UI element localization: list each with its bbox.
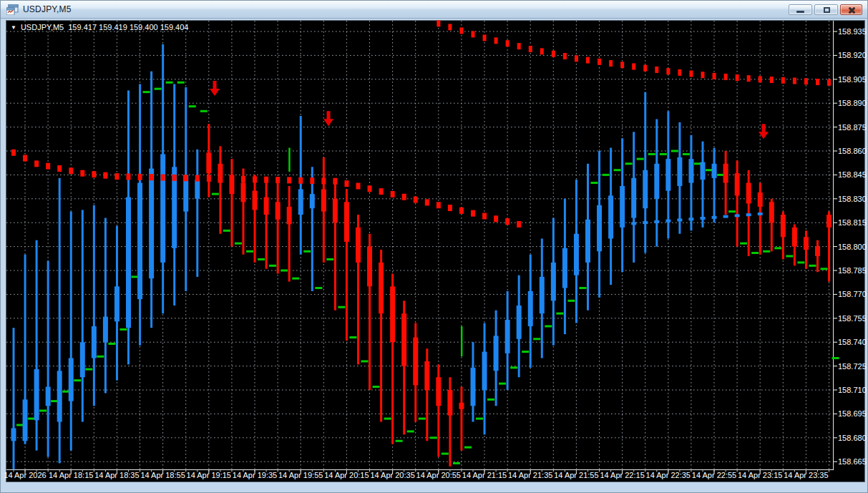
candle-wick-bull [93, 205, 95, 406]
step-indicator-mark [821, 268, 828, 270]
step-indicator-mark [361, 360, 369, 362]
step-indicator-mark [510, 366, 517, 368]
upper-stop-line-dot [506, 40, 509, 47]
upper-stop-line-dot [517, 43, 521, 49]
lower-support-line-dot [677, 218, 682, 221]
step-indicator-mark [166, 82, 173, 84]
mid-stop-line-dot [230, 176, 234, 182]
mid-stop-line-dot [80, 170, 84, 177]
candle-body-bear [321, 189, 326, 211]
step-indicator-mark [453, 462, 460, 464]
time-axis-label: 14 Apr 20:15 [324, 471, 369, 479]
mid-stop-line-dot [414, 197, 418, 203]
mid-stop-line-dot [298, 177, 303, 184]
candle-body-bear [723, 164, 728, 183]
step-indicator-mark [281, 270, 288, 272]
upper-stop-line-dot [552, 51, 555, 57]
lower-support-line-dot [746, 213, 751, 216]
step-indicator-mark [292, 278, 299, 280]
price-axis-label: 158.905 [838, 75, 867, 84]
upper-stop-line-dot [483, 34, 487, 41]
mid-stop-line-dot [391, 191, 395, 197]
lower-support-line-dot [758, 213, 763, 215]
sell-signal-arrow-icon [323, 111, 333, 126]
mid-stop-line-dot [161, 175, 165, 181]
candle-body-bear [746, 183, 751, 204]
price-axis-label: 158.740 [838, 338, 867, 346]
step-indicator-mark [637, 158, 644, 160]
candle-body-bear [264, 197, 269, 215]
mid-stop-line-dot [402, 194, 406, 200]
candle-body-bear [401, 313, 406, 366]
candle-body-bear [815, 247, 820, 256]
candle-body-bear [344, 202, 349, 242]
candle-body-bear [367, 247, 372, 287]
price-axis-label: 158.785 [838, 266, 867, 275]
time-axis-label: 14 Apr 23:15 [738, 471, 782, 479]
upper-stop-line-dot [632, 63, 635, 69]
collapse-triangle-icon[interactable]: ▼ [11, 25, 16, 31]
upper-stop-line-dot [459, 27, 463, 34]
upper-stop-line-dot [678, 69, 681, 76]
step-indicator-mark [349, 336, 356, 338]
lower-support-line-dot [701, 217, 706, 220]
mid-stop-line-dot [57, 165, 62, 172]
candle-body-bear [447, 390, 452, 416]
candle-body-bear [792, 228, 797, 247]
candle-body-bull [677, 157, 682, 186]
price-axis-label: 158.725 [838, 362, 867, 371]
time-axis-label: 14 Apr 23:35 [784, 471, 828, 479]
price-axis-label: 158.875 [838, 123, 867, 132]
step-indicator-mark [143, 91, 150, 93]
step-indicator-mark [303, 250, 311, 253]
candle-body-bull [654, 164, 659, 199]
candle-body-bear [275, 202, 281, 219]
candle-body-bull [11, 428, 16, 441]
step-indicator-mark [660, 153, 667, 155]
candle-body-bull [540, 277, 545, 313]
mid-stop-line-dot [195, 175, 200, 182]
candle-body-bull [137, 183, 142, 300]
candle-body-bull [92, 326, 97, 358]
time-axis-label: 14 Apr 22:15 [600, 471, 644, 479]
upper-stop-line-dot [437, 20, 440, 26]
upper-stop-line-dot [494, 37, 498, 44]
step-indicator-mark [556, 313, 563, 315]
candle-wick-bull [311, 167, 313, 291]
price-axis-label: 158.935 [838, 27, 867, 36]
candle-wick-bear [277, 183, 279, 274]
upper-stop-line-dot [529, 46, 532, 52]
candle-body-bull [643, 170, 648, 208]
upper-stop-line-dot [643, 65, 647, 72]
step-indicator-mark [567, 300, 575, 302]
time-axis-label: 14 Apr 21:15 [462, 471, 507, 479]
step-indicator-mark [396, 440, 403, 442]
price-axis-label: 158.800 [838, 243, 867, 251]
candle-body-bear [287, 207, 292, 224]
mid-stop-line-dot [23, 155, 27, 162]
candle-body-bear [758, 192, 763, 207]
candle-body-bull [551, 263, 556, 301]
step-indicator-mark [740, 243, 747, 245]
step-indicator-segment [288, 148, 291, 172]
info-ohlc-values: 159.417 159.419 159.400 159.404 [68, 23, 188, 31]
candle-wick-bull [196, 150, 198, 277]
step-indicator-mark [338, 306, 345, 308]
step-indicator-mark [62, 391, 69, 393]
candle-wick-bear [288, 186, 291, 282]
upper-stop-line-dot [804, 78, 808, 84]
step-indicator-mark [671, 150, 678, 152]
step-indicator-mark [774, 247, 781, 249]
lower-support-line-dot [643, 221, 648, 224]
candle-body-bull [597, 205, 602, 252]
upper-stop-line-dot [816, 79, 819, 85]
chart-canvas[interactable]: ▼ USDJPY,M5 159.417 159.419 159.400 159.… [6, 20, 865, 482]
candle-body-bear [436, 377, 441, 406]
step-indicator-mark [39, 409, 47, 411]
candle-wick-bull [104, 218, 107, 394]
time-axis-label: 14 Apr 20:55 [416, 471, 461, 479]
step-indicator-mark [85, 368, 92, 371]
step-indicator-mark [591, 182, 598, 184]
mid-stop-line-dot [379, 188, 384, 195]
lower-support-line-dot [688, 218, 693, 220]
